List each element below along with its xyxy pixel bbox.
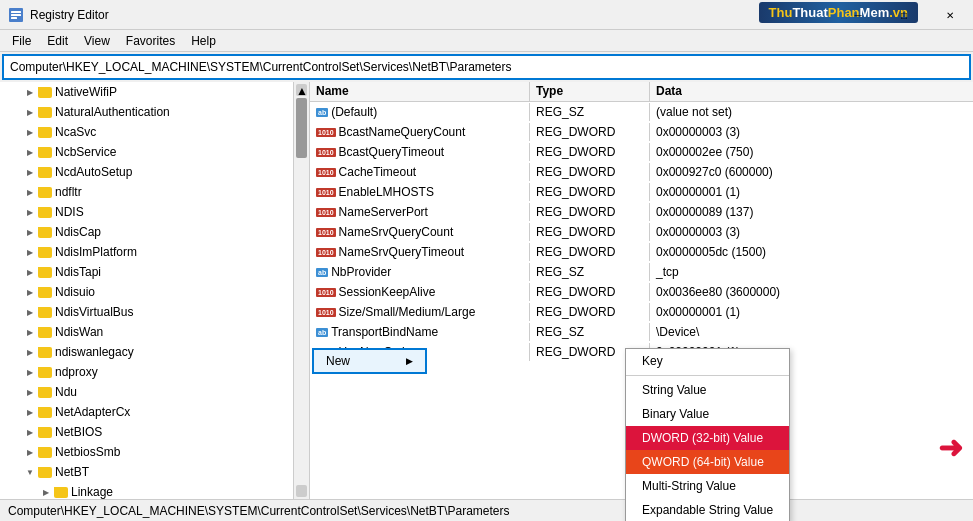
expand-icon: ▶ <box>24 246 36 258</box>
table-row[interactable]: 1010 EnableLMHOSTS REG_DWORD 0x00000001 … <box>310 182 973 202</box>
row-name: 1010 BcastQueryTimeout <box>310 143 530 161</box>
submenu-multistring-value[interactable]: Multi-String Value <box>626 474 789 498</box>
new-label: New <box>326 354 350 368</box>
tree-item-nativewifip[interactable]: ▶ NativeWifiP <box>0 82 293 102</box>
folder-icon <box>38 407 52 418</box>
tree-item-ndu[interactable]: ▶ Ndu <box>0 382 293 402</box>
menu-file[interactable]: File <box>4 32 39 50</box>
submenu-qword-value[interactable]: QWORD (64-bit) Value <box>626 450 789 474</box>
row-type: REG_SZ <box>530 103 650 121</box>
minimize-button[interactable]: ─ <box>835 0 881 30</box>
reg-dword-icon: 1010 <box>316 148 336 157</box>
tree-item-ndis[interactable]: ▶ NDIS <box>0 202 293 222</box>
tree-item-ndiswan[interactable]: ▶ NdisWan <box>0 322 293 342</box>
maximize-button[interactable]: □ <box>881 0 927 30</box>
row-name: 1010 Size/Small/Medium/Large <box>310 303 530 321</box>
close-button[interactable]: ✕ <box>927 0 973 30</box>
row-type: REG_DWORD <box>530 143 650 161</box>
tree-label: NetBT <box>55 465 89 479</box>
tree-item-netbiossmb[interactable]: ▶ NetbiosSmb <box>0 442 293 462</box>
tree-item-ncbservice[interactable]: ▶ NcbService <box>0 142 293 162</box>
tree-label: Ndisuio <box>55 285 95 299</box>
row-name: ab NbProvider <box>310 263 530 281</box>
tree-item-ndisimplatform[interactable]: ▶ NdisImPlatform <box>0 242 293 262</box>
expand-icon: ▶ <box>24 406 36 418</box>
tree-item-ndisvirtualbus[interactable]: ▶ NdisVirtualBus <box>0 302 293 322</box>
table-row[interactable]: 1010 NameSrvQueryTimeout REG_DWORD 0x000… <box>310 242 973 262</box>
tree-scrollbar[interactable]: ▲ <box>293 82 309 499</box>
tree-item-ndiswanlegacy[interactable]: ▶ ndiswanlegacy <box>0 342 293 362</box>
folder-icon <box>38 147 52 158</box>
table-row[interactable]: 1010 NameServerPort REG_DWORD 0x00000089… <box>310 202 973 222</box>
folder-icon <box>38 167 52 178</box>
row-type: REG_DWORD <box>530 283 650 301</box>
scroll-down-arrow[interactable] <box>296 485 307 497</box>
row-type: REG_DWORD <box>530 163 650 181</box>
tree-label: NetBIOS <box>55 425 102 439</box>
tree-label: Linkage <box>71 485 113 499</box>
submenu-expandable-value[interactable]: Expandable String Value <box>626 498 789 521</box>
submenu-binary-value[interactable]: Binary Value <box>626 402 789 426</box>
menu-view[interactable]: View <box>76 32 118 50</box>
row-name: 1010 NameSrvQueryTimeout <box>310 243 530 261</box>
menu-favorites[interactable]: Favorites <box>118 32 183 50</box>
table-row[interactable]: ab NbProvider REG_SZ _tcp <box>310 262 973 282</box>
table-row[interactable]: 1010 NameSrvQueryCount REG_DWORD 0x00000… <box>310 222 973 242</box>
folder-icon <box>54 487 68 498</box>
row-data: 0x000927c0 (600000) <box>650 163 973 181</box>
table-header: Name Type Data <box>310 82 973 102</box>
folder-icon <box>38 367 52 378</box>
row-name: 1010 EnableLMHOSTS <box>310 183 530 201</box>
tree-label: ndfltr <box>55 185 82 199</box>
tree-item-ndfltr[interactable]: ▶ ndfltr <box>0 182 293 202</box>
submenu-dword-value[interactable]: DWORD (32-bit) Value <box>626 426 789 450</box>
tree-label: NaturalAuthentication <box>55 105 170 119</box>
menu-edit[interactable]: Edit <box>39 32 76 50</box>
row-type: REG_DWORD <box>530 303 650 321</box>
submenu-string-value[interactable]: String Value <box>626 378 789 402</box>
tree-item-ndisuio[interactable]: ▶ Ndisuio <box>0 282 293 302</box>
table-row[interactable]: ab (Default) REG_SZ (value not set) <box>310 102 973 122</box>
tree-item-ncdautosetup[interactable]: ▶ NcdAutoSetup <box>0 162 293 182</box>
tree-item-ncasvc[interactable]: ▶ NcaSvc <box>0 122 293 142</box>
tree-item-linkage[interactable]: ▶ Linkage <box>0 482 293 499</box>
tree-item-netadaptercx[interactable]: ▶ NetAdapterCx <box>0 402 293 422</box>
tree-item-naturalauthentication[interactable]: ▶ NaturalAuthentication <box>0 102 293 122</box>
row-type: REG_DWORD <box>530 223 650 241</box>
table-row[interactable]: 1010 Size/Small/Medium/Large REG_DWORD 0… <box>310 302 973 322</box>
col-header-type: Type <box>530 82 650 101</box>
expand-icon: ▶ <box>24 426 36 438</box>
expand-icon: ▶ <box>24 266 36 278</box>
table-row[interactable]: 1010 CacheTimeout REG_DWORD 0x000927c0 (… <box>310 162 973 182</box>
tree-label: NDIS <box>55 205 84 219</box>
submenu-key[interactable]: Key <box>626 349 789 373</box>
expand-icon: ▶ <box>24 86 36 98</box>
menu-help[interactable]: Help <box>183 32 224 50</box>
reg-dword-icon: 1010 <box>316 188 336 197</box>
expand-icon: ▶ <box>24 166 36 178</box>
row-name: 1010 NameSrvQueryCount <box>310 223 530 241</box>
submenu-panel: Key String Value Binary Value DWORD (32-… <box>625 348 790 521</box>
scroll-thumb[interactable] <box>296 98 307 158</box>
tree-item-netbios[interactable]: ▶ NetBIOS <box>0 422 293 442</box>
row-name: 1010 NameServerPort <box>310 203 530 221</box>
address-bar[interactable]: Computer\HKEY_LOCAL_MACHINE\SYSTEM\Curre… <box>2 54 971 80</box>
new-menu-item[interactable]: New ▶ <box>312 348 427 374</box>
row-name: 1010 SessionKeepAlive <box>310 283 530 301</box>
red-arrow-indicator: ➜ <box>938 430 963 465</box>
table-row[interactable]: ab TransportBindName REG_SZ \Device\ <box>310 322 973 342</box>
tree-item-netbt[interactable]: ▼ NetBT <box>0 462 293 482</box>
folder-icon <box>38 107 52 118</box>
tree-item-ndiscap[interactable]: ▶ NdisCap <box>0 222 293 242</box>
col-header-name: Name <box>310 82 530 101</box>
row-data: 0x00000003 (3) <box>650 123 973 141</box>
scroll-up-arrow[interactable]: ▲ <box>296 84 307 96</box>
table-row[interactable]: 1010 BcastNameQueryCount REG_DWORD 0x000… <box>310 122 973 142</box>
tree-item-ndproxy[interactable]: ▶ ndproxy <box>0 362 293 382</box>
row-data: 0x000002ee (750) <box>650 143 973 161</box>
folder-icon <box>38 187 52 198</box>
table-row[interactable]: 1010 SessionKeepAlive REG_DWORD 0x0036ee… <box>310 282 973 302</box>
table-row[interactable]: 1010 BcastQueryTimeout REG_DWORD 0x00000… <box>310 142 973 162</box>
tree-item-ndistapi[interactable]: ▶ NdisTapi <box>0 262 293 282</box>
title-bar-left: Registry Editor <box>8 7 109 23</box>
